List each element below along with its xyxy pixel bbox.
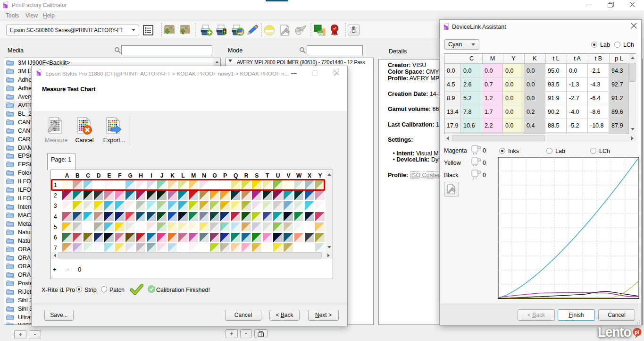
svg-text:MYC: MYC bbox=[319, 33, 324, 35]
svg-text:pl: pl bbox=[635, 329, 639, 335]
